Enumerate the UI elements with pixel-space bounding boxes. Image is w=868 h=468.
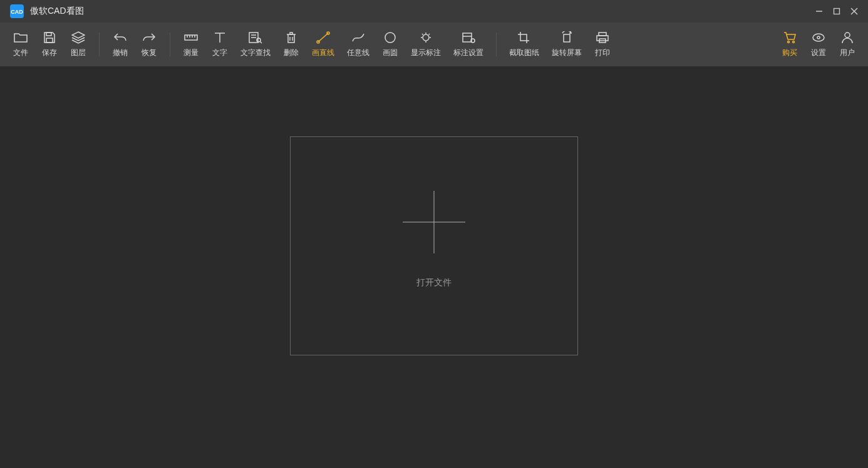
maximize-button[interactable] — [832, 6, 842, 16]
svg-rect-3 — [834, 9, 840, 14]
svg-point-26 — [385, 33, 395, 43]
app-title: 傲软CAD看图 — [30, 6, 84, 17]
settings-button[interactable]: 设置 — [804, 24, 833, 64]
delete-label: 删除 — [284, 48, 299, 58]
app-logo: CAD — [10, 4, 24, 18]
ruler-icon — [184, 31, 198, 44]
line-icon — [316, 31, 330, 44]
layers-button[interactable]: 图层 — [64, 24, 93, 64]
user-button[interactable]: 用户 — [833, 24, 862, 64]
free-line-icon — [351, 31, 365, 44]
svg-point-19 — [257, 38, 261, 42]
text-icon — [213, 31, 227, 44]
open-file-label: 打开文件 — [416, 277, 452, 288]
open-file-dropzone[interactable]: 打开文件 — [290, 136, 578, 355]
text-search-label: 文字查找 — [240, 48, 271, 58]
undo-icon — [113, 31, 127, 44]
user-icon — [840, 31, 854, 44]
annotation-settings-label: 标注设置 — [453, 48, 483, 58]
print-icon — [596, 31, 609, 44]
text-search-icon — [249, 31, 262, 44]
crop-icon — [517, 31, 531, 44]
minimize-button[interactable] — [814, 6, 824, 16]
delete-button[interactable]: 删除 — [277, 24, 306, 64]
svg-point-41 — [788, 41, 790, 43]
save-label: 保存 — [42, 48, 57, 58]
draw-line-button[interactable]: 画直线 — [306, 24, 341, 64]
svg-point-43 — [813, 34, 824, 41]
crop-drawing-button[interactable]: 截取图纸 — [503, 24, 545, 64]
rotate-screen-label: 旋转屏幕 — [552, 48, 582, 58]
svg-point-27 — [423, 34, 429, 41]
purchase-label: 购买 — [782, 48, 797, 58]
show-annotations-label: 显示标注 — [411, 48, 441, 58]
purchase-button[interactable]: 购买 — [775, 24, 804, 64]
svg-point-42 — [793, 41, 795, 43]
draw-circle-label: 画圆 — [383, 48, 398, 58]
text-search-button[interactable]: 文字查找 — [234, 24, 277, 64]
svg-line-32 — [422, 34, 423, 35]
text-label: 文字 — [212, 48, 227, 58]
text-button[interactable]: 文字 — [205, 24, 234, 64]
draw-line-label: 画直线 — [312, 48, 334, 58]
svg-text:CAD: CAD — [11, 9, 23, 15]
settings-icon — [812, 31, 825, 44]
circle-icon — [383, 31, 397, 44]
separator — [99, 33, 100, 56]
measure-button[interactable]: 测量 — [177, 24, 205, 64]
layers-icon — [71, 31, 85, 44]
svg-rect-37 — [564, 34, 570, 42]
free-line-label: 任意线 — [347, 48, 369, 58]
undo-label: 撤销 — [113, 48, 128, 58]
svg-point-44 — [817, 36, 820, 39]
file-label: 文件 — [13, 48, 28, 58]
free-line-button[interactable]: 任意线 — [341, 24, 376, 64]
eye-icon — [419, 31, 433, 44]
svg-rect-39 — [597, 36, 608, 41]
measure-label: 测量 — [183, 48, 199, 58]
redo-button[interactable]: 恢复 — [135, 24, 163, 64]
separator — [170, 33, 170, 56]
crop-drawing-label: 截取图纸 — [509, 48, 539, 58]
user-label: 用户 — [840, 48, 855, 58]
folder-icon — [14, 31, 28, 44]
svg-rect-9 — [185, 35, 197, 40]
cart-icon — [783, 31, 797, 44]
svg-marker-8 — [72, 32, 85, 38]
annotation-settings-button[interactable]: 标注设置 — [447, 24, 490, 64]
svg-line-33 — [429, 34, 430, 35]
print-label: 打印 — [595, 48, 610, 58]
svg-line-20 — [261, 41, 262, 43]
plus-icon — [403, 191, 465, 253]
rotate-icon — [560, 31, 574, 44]
print-button[interactable]: 打印 — [588, 24, 617, 64]
trash-icon — [284, 31, 298, 44]
save-button[interactable]: 保存 — [35, 24, 64, 64]
undo-button[interactable]: 撤销 — [106, 24, 135, 64]
rotate-screen-button[interactable]: 旋转屏幕 — [545, 24, 588, 64]
toolbar: 文件 保存 图层 撤销 恢复 — [0, 23, 868, 66]
svg-line-23 — [318, 33, 328, 42]
svg-rect-7 — [46, 38, 53, 43]
redo-label: 恢复 — [142, 48, 157, 58]
redo-icon — [142, 31, 156, 44]
separator — [496, 33, 497, 56]
save-icon — [43, 31, 56, 44]
annotation-settings-icon — [462, 31, 475, 44]
titlebar: CAD 傲软CAD看图 — [0, 0, 868, 23]
svg-rect-6 — [46, 33, 51, 36]
svg-rect-34 — [463, 33, 472, 42]
window-controls — [814, 6, 863, 16]
close-button[interactable] — [849, 6, 859, 16]
settings-label: 设置 — [811, 48, 826, 58]
file-button[interactable]: 文件 — [6, 24, 35, 64]
layers-label: 图层 — [71, 48, 86, 58]
draw-circle-button[interactable]: 画圆 — [376, 24, 405, 64]
show-annotations-button[interactable]: 显示标注 — [405, 24, 447, 64]
svg-point-45 — [845, 33, 850, 38]
canvas-area: 打开文件 — [0, 66, 868, 468]
